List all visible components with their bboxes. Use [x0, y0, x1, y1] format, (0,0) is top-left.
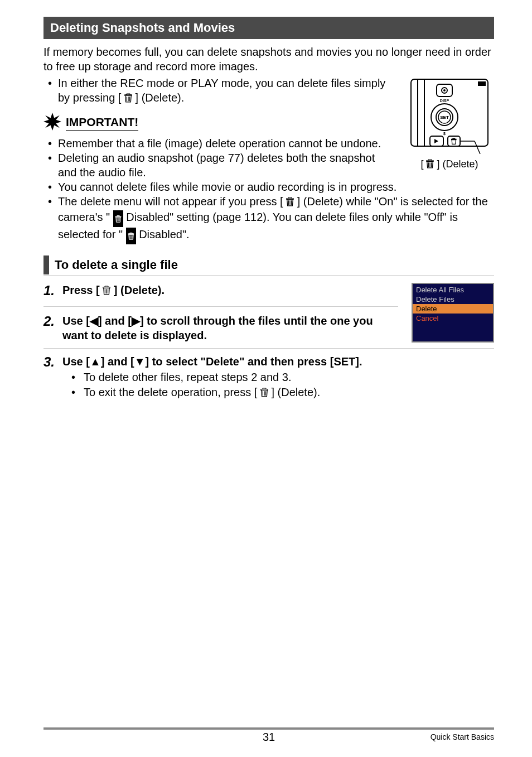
step-1-text-b: ] (Delete).: [114, 284, 165, 296]
diagram-caption-a: [: [420, 158, 423, 170]
menu-item-delete-files: Delete Files: [413, 295, 493, 304]
svg-text:DISP: DISP: [440, 99, 449, 103]
svg-line-18: [475, 141, 480, 154]
step-3-text: Use [▲] and [▼] to select "Delete" and t…: [62, 354, 362, 369]
important-item-2: • Deleting an audio snapshot (page 77) d…: [43, 151, 395, 180]
step-3-sub-1: • To delete other files, repeat steps 2 …: [43, 370, 494, 385]
trash-icon: [426, 158, 434, 171]
trash-icon: [103, 284, 110, 298]
imp4-d: Disabled".: [139, 228, 189, 240]
svg-rect-4: [478, 81, 486, 86]
svg-text:$: $: [443, 132, 446, 136]
menu-item-delete-all: Delete All Files: [413, 285, 493, 295]
important-item-4: • The delete menu will not appear if you…: [43, 194, 494, 244]
burst-icon: [43, 113, 61, 133]
step-2-number: 2.: [43, 314, 62, 329]
trash-icon: [124, 91, 132, 106]
camera-back-illustration: DISP SET $: [405, 76, 494, 154]
intro-text: If memory becomes full, you can delete s…: [43, 45, 494, 74]
important-item-1: • Remember that a file (image) delete op…: [43, 136, 395, 151]
step-3-sub-2: • To exit the delete operation, press [ …: [43, 385, 494, 401]
menu-item-cancel: Cancel: [413, 314, 493, 323]
section-header: Deleting Snapshots and Movies: [43, 17, 494, 39]
important-item-3: • You cannot delete files while movie or…: [43, 180, 494, 194]
trash-icon-inverted: [113, 210, 123, 227]
important-item-3-text: You cannot delete files while movie or a…: [58, 180, 396, 194]
step-1-number: 1.: [43, 283, 62, 298]
svg-point-7: [443, 89, 446, 91]
menu-item-delete: Delete: [413, 304, 493, 314]
intro-bullet-text-b: ] (Delete).: [136, 91, 185, 104]
important-label: IMPORTANT!: [66, 115, 138, 131]
svg-text:SET: SET: [440, 115, 449, 120]
step-2-text: Use [◀] and [▶] to scroll through the fi…: [62, 314, 398, 343]
delete-menu-screenshot: Delete All Files Delete Files Delete Can…: [412, 283, 494, 343]
trash-icon: [286, 195, 294, 210]
important-item-2-text: Deleting an audio snapshot (page 77) del…: [58, 151, 395, 180]
intro-bullet: • In either the REC mode or PLAY mode, y…: [43, 76, 395, 106]
step-3: 3. Use [▲] and [▼] to select "Delete" an…: [43, 354, 494, 370]
subsection-title: To delete a single file: [55, 255, 178, 274]
step-3-sub-2-a: To exit the delete operation, press [: [84, 386, 257, 398]
trash-icon: [260, 386, 268, 401]
subsection-header: To delete a single file: [43, 255, 494, 276]
diagram-caption-b: ] (Delete): [437, 158, 478, 170]
page-footer: 31 Quick Start Basics: [43, 727, 494, 741]
step-1: 1. Press [ ] (Delete).: [43, 283, 398, 298]
important-item-1-text: Remember that a file (image) delete oper…: [58, 136, 381, 151]
step-2: 2. Use [◀] and [▶] to scroll through the…: [43, 314, 398, 343]
trash-icon-inverted: [126, 228, 136, 244]
step-3-sub-2-b: ] (Delete).: [271, 386, 320, 398]
svg-marker-15: [434, 139, 438, 143]
svg-rect-16: [448, 136, 460, 146]
diagram-caption: [ ] (Delete): [405, 158, 494, 171]
step-3-number: 3.: [43, 354, 62, 370]
intro-bullet-text-a: In either the REC mode or PLAY mode, you…: [58, 77, 385, 104]
imp4-a: The delete menu will not appear if you p…: [58, 195, 283, 208]
step-3-sub-1-text: To delete other files, repeat steps 2 an…: [84, 370, 291, 385]
step-1-text-a: Press [: [62, 284, 100, 296]
page-number: 31: [43, 731, 494, 744]
